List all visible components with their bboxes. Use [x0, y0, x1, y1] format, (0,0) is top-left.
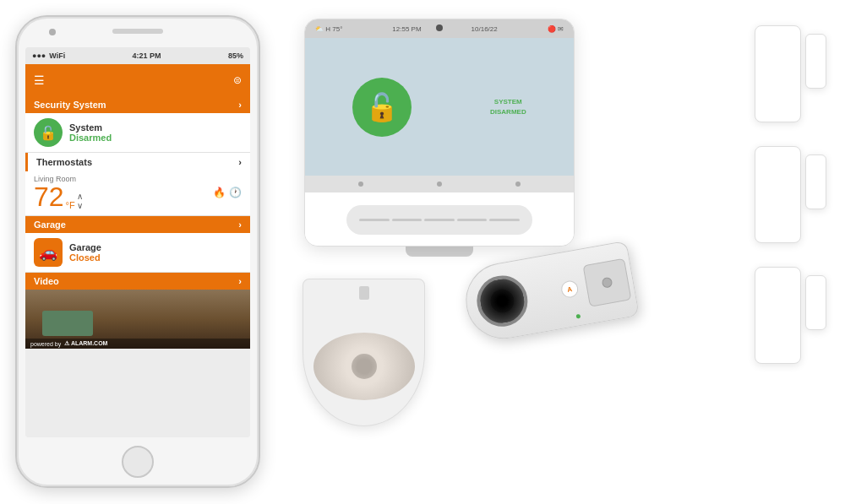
garage-device-label: Garage: [69, 242, 101, 252]
security-section-header[interactable]: Security System ›: [25, 96, 250, 113]
garage-section-content: 🚗 Garage Closed: [25, 233, 250, 273]
flame-icon: 🔥: [213, 187, 226, 198]
door-sensor-3: [755, 267, 826, 364]
garage-section-header[interactable]: Garage ›: [25, 216, 250, 233]
status-time: 4:21 PM: [133, 51, 161, 60]
video-title: Video: [34, 276, 59, 286]
phone-speaker: [112, 29, 163, 34]
phone-home-button[interactable]: [122, 446, 154, 478]
video-thumbnail[interactable]: powered by ⚠ ALARM.COM: [25, 290, 250, 349]
video-section: Video › powered by ⚠ ALARM.COM: [25, 273, 250, 349]
thermostat-section: Thermostats › Living Room 72 °F ∧ ∨: [25, 153, 250, 216]
panel-btn-1[interactable]: [358, 182, 363, 187]
thermostat-content: Living Room 72 °F ∧ ∨ 🔥: [25, 171, 250, 215]
thermostat-title: Thermostats: [36, 157, 92, 167]
door-sensor-1: [755, 25, 826, 122]
settings-icon[interactable]: ⊜: [233, 74, 242, 86]
camera-logo: A: [560, 279, 580, 299]
panel-date: 10/16/22: [472, 25, 498, 33]
panel-btn-2[interactable]: [437, 182, 442, 187]
phone-mockup: ●●● WiFi 4:21 PM 85% ☰ ⊜ Security System…: [15, 15, 260, 488]
door-sensor-2-main: [755, 146, 801, 243]
security-status-value: Disarmed: [69, 133, 112, 143]
motion-sensor-lens-area: [313, 333, 415, 400]
door-sensor-3-main: [755, 267, 801, 364]
door-sensor-3-small: [805, 275, 826, 330]
camera-mount: [583, 258, 632, 307]
video-section-header[interactable]: Video ›: [25, 273, 250, 290]
thermostat-chevron-icon: ›: [238, 157, 242, 167]
camera-lens-inner: [488, 287, 515, 314]
panel-time: 12:55 PM: [392, 25, 421, 33]
panel-display: 🔓 SYSTEMDISARMED: [305, 38, 574, 176]
thermostat-header[interactable]: Thermostats ›: [25, 153, 250, 171]
panel-alert-icon: 🔴 ✉: [548, 25, 564, 33]
thermostat-arrows[interactable]: ∧ ∨: [77, 192, 83, 210]
panel-stand: [406, 247, 473, 257]
door-sensors-group: [755, 25, 826, 364]
door-sensor-2-small: [805, 154, 826, 209]
motion-sensor-notch: [359, 286, 369, 300]
status-bar: ●●● WiFi 4:21 PM 85%: [25, 47, 250, 64]
status-battery: 85%: [228, 51, 243, 60]
security-device-label: System: [69, 122, 112, 133]
security-section-content: 🔓 System Disarmed: [25, 113, 250, 153]
thermostat-icons: 🔥 🕐: [213, 187, 242, 198]
panel-weather-label: ⛅ H 75°: [315, 25, 342, 33]
menu-icon[interactable]: ☰: [34, 73, 45, 87]
door-sensor-1-main: [755, 25, 801, 122]
phone-camera: [49, 29, 56, 35]
garage-chevron-icon: ›: [238, 219, 242, 230]
app-header: ☰ ⊜: [25, 64, 250, 96]
app-content: Security System › 🔓 System Disarmed Ther…: [25, 96, 250, 437]
door-sensor-2: [755, 146, 826, 243]
status-wifi: WiFi: [49, 51, 65, 60]
camera-lens: [473, 272, 532, 331]
panel-camera: [436, 24, 443, 31]
video-chevron-icon: ›: [238, 276, 242, 286]
thermostat-temperature: 72: [34, 183, 64, 210]
phone-screen: ●●● WiFi 4:21 PM 85% ☰ ⊜ Security System…: [25, 47, 250, 437]
garage-status-value: Closed: [69, 252, 101, 263]
camera-led: [576, 314, 581, 319]
panel-buttons-bar: [305, 176, 574, 192]
motion-sensor: [303, 279, 425, 435]
video-overlay: powered by ⚠ ALARM.COM: [25, 339, 250, 349]
panel-disarm-icon: 🔓: [352, 78, 412, 137]
panel-screen[interactable]: ⛅ H 75° 12:55 PM 10/16/22 🔴 ✉ 🔓 SYSTEMDI…: [305, 19, 574, 176]
security-panel: ⛅ H 75° 12:55 PM 10/16/22 🔴 ✉ 🔓 SYSTEMDI…: [304, 19, 575, 255]
panel-speaker-grille: [346, 205, 532, 235]
garage-door-icon: 🚗: [34, 238, 63, 267]
security-camera: A: [460, 239, 664, 436]
garage-title: Garage: [34, 219, 66, 230]
powered-by-label: powered by: [30, 341, 61, 347]
security-lock-icon: 🔓: [34, 118, 63, 147]
motion-sensor-lens-bg: [313, 333, 415, 400]
security-chevron-icon: ›: [238, 100, 242, 110]
camera-screw: [602, 277, 613, 289]
clock-icon: 🕐: [229, 187, 242, 198]
camera-body: A: [460, 241, 640, 344]
thermostat-left: Living Room 72 °F ∧ ∨: [34, 175, 83, 210]
security-title: Security System: [34, 100, 106, 110]
panel-btn-3[interactable]: [515, 182, 521, 187]
status-signal: ●●●: [32, 51, 46, 60]
motion-sensor-lens: [352, 354, 377, 379]
thermostat-unit: °F: [66, 200, 75, 210]
garage-section: Garage › 🚗 Garage Closed: [25, 216, 250, 273]
panel-speaker-area: [305, 192, 574, 247]
security-status-block: System Disarmed: [69, 122, 112, 143]
panel-status-text: SYSTEMDISARMED: [490, 97, 526, 116]
door-sensor-1-small: [805, 34, 826, 89]
alarm-brand: ⚠ ALARM.COM: [64, 340, 107, 347]
garage-status-block: Garage Closed: [69, 242, 101, 263]
